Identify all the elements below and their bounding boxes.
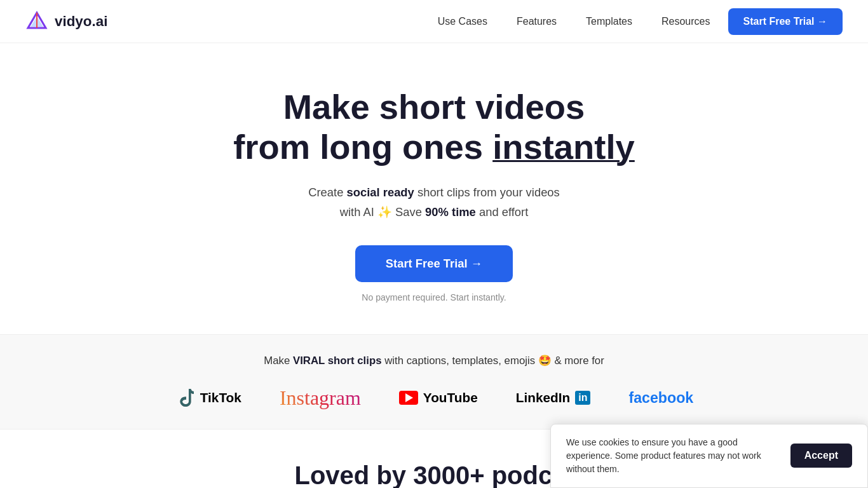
youtube-play-triangle xyxy=(405,393,413,402)
hero-title-line1: Make short videos xyxy=(283,88,585,126)
social-strip-text: Make VIRAL short clips with captions, te… xyxy=(25,354,843,367)
hero-title: Make short videos from long ones instant… xyxy=(13,88,855,167)
hero-subtitle: Create social ready short clips from you… xyxy=(13,182,855,222)
cookie-text: We use cookies to ensure you have a good… xyxy=(566,436,778,476)
hero-subtitle-p1: Create xyxy=(308,186,346,199)
platform-tiktok: TikTok xyxy=(175,388,241,408)
youtube-label: YouTube xyxy=(423,390,478,405)
tiktok-label: TikTok xyxy=(200,390,241,405)
instagram-label: Instagram xyxy=(280,386,361,410)
hero-subtitle-line2-p1: with AI ✨ Save xyxy=(340,205,425,219)
platform-youtube: YouTube xyxy=(399,390,478,405)
strip-text-p2: with captions, templates, emojis 🤩 & mor… xyxy=(382,355,604,367)
nav-resources[interactable]: Resources xyxy=(650,11,721,32)
logo-icon xyxy=(25,10,48,33)
hero-section: Make short videos from long ones instant… xyxy=(0,43,868,334)
hero-title-highlight: instantly xyxy=(492,128,635,166)
platform-facebook: facebook xyxy=(628,390,693,407)
hero-title-line2: from long ones xyxy=(233,128,492,166)
nav-use-cases[interactable]: Use Cases xyxy=(426,11,499,32)
hero-subtitle-bold: social ready xyxy=(347,186,414,199)
strip-text-p1: Make xyxy=(264,355,293,367)
nav-templates[interactable]: Templates xyxy=(574,11,644,32)
facebook-label: facebook xyxy=(628,390,693,407)
logo[interactable]: vidyo.ai xyxy=(25,10,107,33)
platform-linkedin: LinkedIn in xyxy=(516,390,591,405)
linkedin-badge: in xyxy=(575,391,590,405)
hero-subtitle-p2: short clips from your videos xyxy=(414,186,560,199)
logo-text: vidyo.ai xyxy=(55,13,107,30)
hero-subtitle-pct: 90% time xyxy=(425,205,476,219)
cookie-accept-button[interactable]: Accept xyxy=(790,444,852,468)
linkedin-label: LinkedIn xyxy=(516,390,571,405)
nav-links: Use Cases Features Templates Resources S… xyxy=(426,8,843,35)
strip-text-viral: VIRAL short clips xyxy=(293,355,382,367)
hero-cta-button[interactable]: Start Free Trial → xyxy=(355,245,513,282)
youtube-icon xyxy=(399,391,418,405)
hero-note: No payment required. Start instantly. xyxy=(13,292,855,302)
navbar: vidyo.ai Use Cases Features Templates Re… xyxy=(0,0,868,43)
nav-features[interactable]: Features xyxy=(505,11,568,32)
platform-instagram: Instagram xyxy=(280,386,361,410)
cookie-banner: We use cookies to ensure you have a good… xyxy=(550,424,868,488)
social-strip: Make VIRAL short clips with captions, te… xyxy=(0,334,868,430)
nav-cta-button[interactable]: Start Free Trial → xyxy=(728,8,843,35)
platforms-list: TikTok Instagram YouTube LinkedIn in fac… xyxy=(25,386,843,410)
tiktok-icon xyxy=(175,388,195,408)
hero-subtitle-line2-p2: and effort xyxy=(476,205,528,219)
